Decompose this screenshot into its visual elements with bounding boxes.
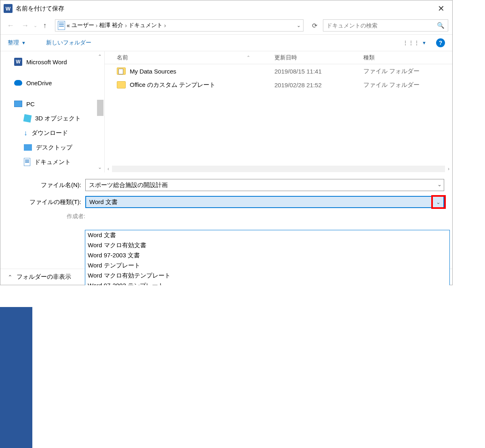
sidebar-label: ドキュメント xyxy=(34,158,71,166)
filename-input[interactable] xyxy=(85,179,444,191)
sidebar-item-documents[interactable]: ドキュメント xyxy=(0,155,104,169)
breadcrumb[interactable]: « ユーザー › 相澤 裕介 › ドキュメント › ⌄ xyxy=(55,19,304,32)
scroll-up-icon[interactable]: ⌃ xyxy=(96,53,103,60)
sidebar-label: PC xyxy=(26,101,35,107)
filetype-dropdown-list: Word 文書Word マクロ有効文書Word 97-2003 文書Word テ… xyxy=(85,230,450,285)
organize-button[interactable]: 整理 xyxy=(8,39,19,46)
sidebar-item-word[interactable]: W Microsoft Word xyxy=(0,55,104,69)
sidebar-label: Microsoft Word xyxy=(26,59,67,65)
file-row[interactable]: My Data Sources2019/08/15 11:41ファイル フォルダ… xyxy=(105,64,452,78)
location-icon xyxy=(58,21,65,30)
sidebar-label: デスクトップ xyxy=(36,144,72,151)
sidebar-label: OneDrive xyxy=(26,80,52,86)
hide-folders-button[interactable]: フォルダーの非表示 xyxy=(17,273,71,281)
breadcrumb-segment[interactable]: 相澤 裕介 xyxy=(99,22,123,29)
forward-button[interactable]: → xyxy=(19,19,31,32)
word-app-icon: W xyxy=(4,4,13,13)
breadcrumb-dropdown-icon[interactable]: ⌄ xyxy=(297,23,301,28)
scrollbar-track[interactable] xyxy=(112,166,445,172)
sidebar-item-desktop[interactable]: デスクトップ xyxy=(0,140,104,155)
filetype-combo[interactable]: Word 文書 xyxy=(85,196,444,208)
sidebar: ⌃ W Microsoft Word OneDrive PC xyxy=(0,51,105,172)
file-date: 2019/02/28 21:52 xyxy=(274,82,363,88)
search-input[interactable] xyxy=(327,22,437,29)
sidebar-scrollbar-thumb[interactable] xyxy=(97,100,103,116)
titlebar: W 名前を付けて保存 ✕ xyxy=(0,0,452,17)
scroll-down-icon[interactable]: ⌄ xyxy=(96,164,103,171)
filetype-option[interactable]: Word 文書 xyxy=(85,230,449,240)
back-button[interactable]: ← xyxy=(4,19,17,32)
chevron-right-icon: › xyxy=(96,22,98,29)
navigation-row: ← → ⌄ ↑ « ユーザー › 相澤 裕介 › ドキュメント › ⌄ ⟳ 🔍 xyxy=(0,17,452,34)
filename-dropdown-icon[interactable]: ⌄ xyxy=(437,181,442,187)
up-button[interactable]: ↑ xyxy=(40,20,50,31)
save-form: ファイル名(N): ⌄ ファイルの種類(T): Word 文書 ⌄ 作成者: xyxy=(0,172,452,227)
search-icon[interactable]: 🔍 xyxy=(437,22,445,29)
file-type: ファイル フォルダー xyxy=(363,67,452,75)
search-box[interactable]: 🔍 xyxy=(323,19,448,32)
chevron-up-icon[interactable]: ⌃ xyxy=(8,274,13,280)
cube-icon xyxy=(23,114,32,123)
breadcrumb-segment[interactable]: ドキュメント xyxy=(129,22,162,29)
toolbar: 整理 ▼ 新しいフォルダー ⋮⋮⋮ ▼ ? xyxy=(0,34,452,51)
view-icon: ⋮⋮⋮ xyxy=(403,40,420,46)
folder-icon xyxy=(117,81,126,88)
folder-icon xyxy=(117,67,126,75)
filetype-option[interactable]: Word 97-2003 文書 xyxy=(85,250,449,261)
file-list-area: 名前 ⌃ 更新日時 種類 My Data Sources2019/08/15 1… xyxy=(105,51,452,172)
filetype-dropdown-button[interactable]: ⌄ xyxy=(432,196,444,208)
file-date: 2019/08/15 11:41 xyxy=(274,68,363,75)
refresh-button[interactable]: ⟳ xyxy=(308,19,321,32)
file-list-header: 名前 ⌃ 更新日時 種類 xyxy=(105,51,452,64)
history-dropdown-icon[interactable]: ⌄ xyxy=(34,23,37,28)
sidebar-item-downloads[interactable]: ↓ ダウンロード xyxy=(0,126,104,140)
chevron-down-icon: ▼ xyxy=(422,40,426,45)
breadcrumb-segment[interactable]: ユーザー xyxy=(72,22,94,29)
help-button[interactable]: ? xyxy=(436,38,445,47)
filetype-label: ファイルの種類(T): xyxy=(4,198,85,206)
filetype-option[interactable]: Word マクロ有効文書 xyxy=(85,240,449,250)
download-icon: ↓ xyxy=(24,129,27,137)
new-folder-button[interactable]: 新しいフォルダー xyxy=(46,39,91,46)
onedrive-icon xyxy=(14,80,22,86)
filetype-option[interactable]: Word マクロ有効テンプレート xyxy=(85,271,449,281)
desktop-icon xyxy=(24,144,32,151)
file-name: My Data Sources xyxy=(130,68,176,75)
file-name: Office のカスタム テンプレート xyxy=(130,81,215,89)
filetype-row: ファイルの種類(T): Word 文書 ⌄ xyxy=(4,196,444,208)
view-options-button[interactable]: ⋮⋮⋮ ▼ xyxy=(403,40,426,46)
sort-asc-icon: ⌃ xyxy=(247,55,250,60)
word-icon: W xyxy=(14,58,22,66)
file-row[interactable]: Office のカスタム テンプレート2019/02/28 21:52ファイル … xyxy=(105,78,452,92)
window-title: 名前を付けて保存 xyxy=(16,5,433,13)
sidebar-label: 3D オブジェクト xyxy=(35,115,81,122)
save-as-dialog: W 名前を付けて保存 ✕ ← → ⌄ ↑ « ユーザー › 相澤 裕介 › ドキ… xyxy=(0,0,453,285)
column-date[interactable]: 更新日時 xyxy=(274,54,363,61)
sidebar-item-onedrive[interactable]: OneDrive xyxy=(0,76,104,90)
chevron-right-icon: › xyxy=(125,22,127,29)
scroll-right-icon[interactable]: › xyxy=(445,166,452,172)
sidebar-label: ダウンロード xyxy=(32,129,68,137)
chevron-right-icon: › xyxy=(164,22,166,29)
sidebar-item-3d-objects[interactable]: 3D オブジェクト xyxy=(0,111,104,126)
organize-dropdown-icon[interactable]: ▼ xyxy=(21,40,26,45)
filetype-option[interactable]: Word テンプレート xyxy=(85,261,449,271)
explorer-body: ⌃ W Microsoft Word OneDrive PC xyxy=(0,51,452,172)
filename-row: ファイル名(N): ⌄ xyxy=(4,179,444,191)
column-type[interactable]: 種類 xyxy=(363,54,452,61)
scroll-left-icon[interactable]: ‹ xyxy=(105,166,112,172)
horizontal-scrollbar[interactable]: ‹ › xyxy=(105,165,452,172)
close-button[interactable]: ✕ xyxy=(433,0,449,17)
filename-label: ファイル名(N): xyxy=(4,181,85,189)
pc-icon xyxy=(14,101,22,107)
author-label: 作成者: xyxy=(8,213,89,220)
sidebar-item-pc[interactable]: PC xyxy=(0,97,104,111)
filetype-option[interactable]: Word 97-2003 テンプレート xyxy=(85,281,449,285)
author-row: 作成者: xyxy=(4,213,444,220)
column-name[interactable]: 名前 ⌃ xyxy=(105,54,274,61)
document-icon xyxy=(24,158,30,166)
file-type: ファイル フォルダー xyxy=(363,81,452,89)
